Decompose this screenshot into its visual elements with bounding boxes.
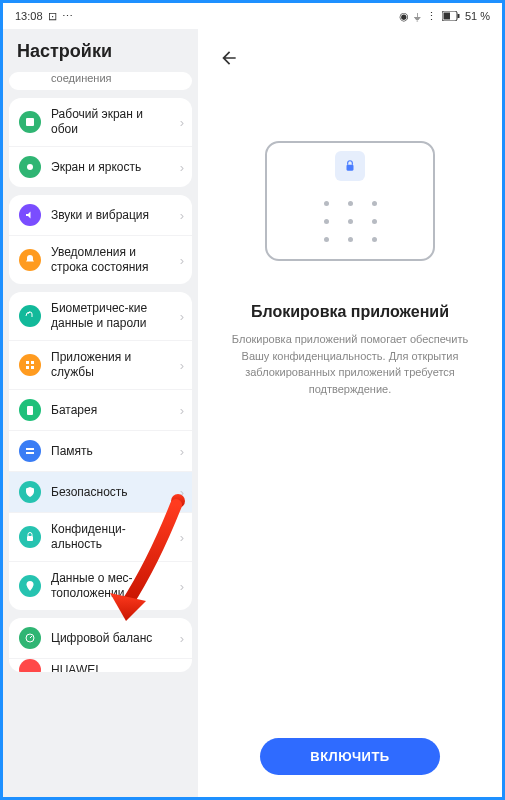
sidebar-item-label: Данные о мес-тоположении <box>51 571 170 601</box>
chevron-right-icon: › <box>180 631 184 646</box>
sidebar-item-connections[interactable]: соединения <box>9 72 192 90</box>
sidebar-item-apps[interactable]: Приложения и службы › <box>9 340 192 389</box>
sidebar-item-huawei[interactable]: HUAWEI <box>9 658 192 672</box>
svg-rect-8 <box>31 366 34 369</box>
sidebar-item-label: Биометричес-кие данные и пароли <box>51 301 170 331</box>
pattern-dots <box>315 195 385 247</box>
wallpaper-icon <box>19 111 41 133</box>
location-icon <box>19 575 41 597</box>
svg-rect-2 <box>457 14 459 18</box>
sidebar-item-sound[interactable]: Звуки и вибрация › <box>9 195 192 235</box>
page-description: Блокировка приложений помогает обеспечит… <box>216 331 484 397</box>
sound-icon <box>19 204 41 226</box>
sidebar-item-digital-balance[interactable]: Цифровой баланс › <box>9 618 192 658</box>
eye-comfort-icon: ◉ <box>399 10 409 23</box>
wifi-icon: ⋮ <box>426 10 437 23</box>
chevron-right-icon: › <box>180 208 184 223</box>
sidebar-item-label: Безопасность <box>51 485 170 500</box>
sidebar-item-label: Батарея <box>51 403 170 418</box>
svg-rect-1 <box>443 13 450 20</box>
svg-rect-6 <box>31 361 34 364</box>
arrow-left-icon <box>219 48 239 68</box>
svg-rect-3 <box>26 118 34 126</box>
fingerprint-icon <box>19 305 41 327</box>
status-indicator-icon: ⊡ <box>48 10 57 23</box>
sidebar-item-security[interactable]: Безопасность › <box>9 471 192 512</box>
chevron-right-icon: › <box>180 358 184 373</box>
page-title: Блокировка приложений <box>216 303 484 321</box>
chevron-right-icon: › <box>180 403 184 418</box>
sidebar-item-storage[interactable]: Память › <box>9 430 192 471</box>
battery-icon <box>442 11 460 21</box>
privacy-icon <box>19 526 41 548</box>
sidebar-item-notifications[interactable]: Уведомления и строка состояния › <box>9 235 192 284</box>
svg-rect-5 <box>26 361 29 364</box>
vibrate-icon: ⏚ <box>414 10 421 22</box>
battery-icon <box>19 399 41 421</box>
sidebar-item-label: Конфиденци-альность <box>51 522 170 552</box>
chevron-right-icon: › <box>180 160 184 175</box>
sidebar-item-location[interactable]: Данные о мес-тоположении › <box>9 561 192 610</box>
sidebar-item-display[interactable]: Экран и яркость › <box>9 146 192 187</box>
status-indicator-icon: ⋯ <box>62 10 73 23</box>
sidebar-item-label: Приложения и службы <box>51 350 170 380</box>
sidebar-item-privacy[interactable]: Конфиденци-альность › <box>9 512 192 561</box>
back-button[interactable] <box>216 45 242 71</box>
lock-icon <box>335 151 365 181</box>
sidebar-item-label: Экран и яркость <box>51 160 170 175</box>
shield-icon <box>19 481 41 503</box>
battery-percent: 51 % <box>465 10 490 22</box>
svg-rect-12 <box>27 536 33 541</box>
brightness-icon <box>19 156 41 178</box>
svg-rect-9 <box>27 406 33 415</box>
svg-rect-10 <box>26 448 34 450</box>
chevron-right-icon: › <box>180 485 184 500</box>
chevron-right-icon: › <box>180 579 184 594</box>
sidebar-item-biometrics[interactable]: Биометричес-кие данные и пароли › <box>9 292 192 340</box>
svg-point-4 <box>27 164 33 170</box>
sidebar-item-label: Цифровой баланс <box>51 631 170 646</box>
settings-sidebar[interactable]: Настройки соединения Рабочий экран и обо… <box>3 29 198 797</box>
sidebar-item-label: Уведомления и строка состояния <box>51 245 170 275</box>
chevron-right-icon: › <box>180 444 184 459</box>
status-time: 13:08 <box>15 10 43 22</box>
storage-icon <box>19 440 41 462</box>
sidebar-item-label: Память <box>51 444 170 459</box>
sidebar-item-battery[interactable]: Батарея › <box>9 389 192 430</box>
chevron-right-icon: › <box>180 253 184 268</box>
sidebar-item-label: Звуки и вибрация <box>51 208 170 223</box>
bell-icon <box>19 249 41 271</box>
app-lock-illustration <box>265 141 435 261</box>
apps-icon <box>19 354 41 376</box>
detail-pane: Блокировка приложений Блокировка приложе… <box>198 29 502 797</box>
enable-button[interactable]: ВКЛЮЧИТЬ <box>260 738 439 775</box>
svg-rect-14 <box>347 165 354 171</box>
sidebar-item-label: HUAWEI <box>51 663 184 673</box>
sidebar-item-wallpaper[interactable]: Рабочий экран и обои › <box>9 98 192 146</box>
sidebar-title: Настройки <box>9 35 192 72</box>
chevron-right-icon: › <box>180 115 184 130</box>
balance-icon <box>19 627 41 649</box>
sidebar-item-label: Рабочий экран и обои <box>51 107 170 137</box>
chevron-right-icon: › <box>180 530 184 545</box>
svg-rect-7 <box>26 366 29 369</box>
device-frame: 13:08 ⊡ ⋯ ◉ ⏚ ⋮ 51 % Настройки соединени… <box>0 0 505 800</box>
svg-rect-11 <box>26 452 34 454</box>
status-bar: 13:08 ⊡ ⋯ ◉ ⏚ ⋮ 51 % <box>3 3 502 29</box>
huawei-icon <box>19 659 41 672</box>
chevron-right-icon: › <box>180 309 184 324</box>
